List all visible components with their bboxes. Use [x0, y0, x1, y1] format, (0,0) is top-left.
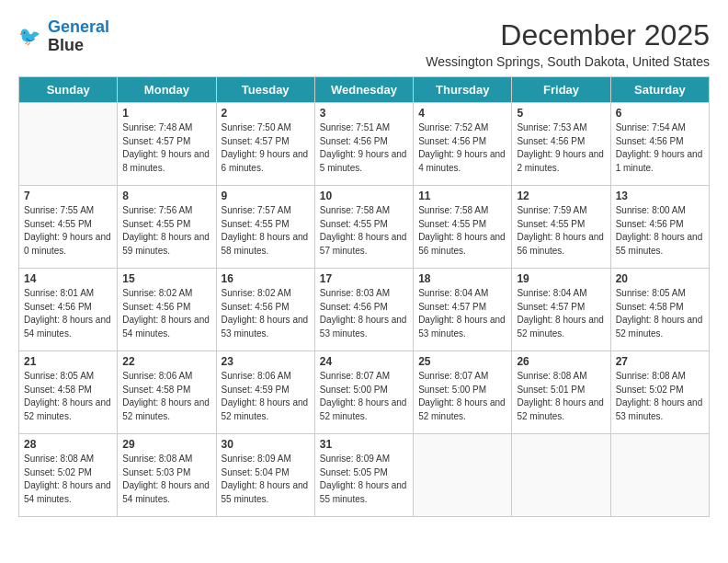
calendar-cell: [512, 434, 610, 517]
day-number: 17: [320, 272, 408, 285]
calendar-cell: 21 Sunrise: 8:05 AMSunset: 4:58 PMDaylig…: [19, 351, 118, 434]
col-header-wednesday: Wednesday: [314, 77, 413, 103]
title-area: December 2025 Wessington Springs, South …: [426, 18, 710, 69]
day-detail: Sunrise: 7:53 AMSunset: 4:56 PMDaylight:…: [517, 121, 605, 175]
day-number: 8: [122, 190, 210, 202]
calendar-cell: 26 Sunrise: 8:08 AMSunset: 5:01 PMDaylig…: [512, 351, 610, 434]
day-detail: Sunrise: 7:56 AMSunset: 4:55 PMDaylight:…: [122, 204, 210, 258]
calendar-cell: 20 Sunrise: 8:05 AMSunset: 4:58 PMDaylig…: [610, 269, 709, 351]
calendar-cell: 7 Sunrise: 7:55 AMSunset: 4:55 PMDayligh…: [19, 186, 118, 269]
day-number: 12: [517, 190, 605, 202]
calendar-cell: 1 Sunrise: 7:48 AMSunset: 4:57 PMDayligh…: [118, 103, 216, 186]
day-detail: Sunrise: 7:57 AMSunset: 4:55 PMDaylight:…: [222, 204, 310, 258]
calendar-cell: 29 Sunrise: 8:08 AMSunset: 5:03 PMDaylig…: [118, 434, 216, 517]
day-detail: Sunrise: 8:02 AMSunset: 4:56 PMDaylight:…: [222, 287, 310, 340]
day-detail: Sunrise: 8:04 AMSunset: 4:57 PMDaylight:…: [418, 287, 506, 340]
calendar-cell: 28 Sunrise: 8:08 AMSunset: 5:02 PMDaylig…: [19, 434, 118, 517]
day-detail: Sunrise: 8:05 AMSunset: 4:58 PMDaylight:…: [24, 370, 112, 423]
day-number: 29: [122, 438, 210, 451]
day-number: 27: [616, 355, 704, 368]
day-number: 30: [222, 438, 310, 451]
day-detail: Sunrise: 8:04 AMSunset: 4:57 PMDaylight:…: [517, 287, 605, 340]
day-number: 13: [616, 190, 704, 202]
day-number: 1: [122, 107, 210, 120]
day-number: 25: [418, 355, 506, 368]
day-detail: Sunrise: 8:01 AMSunset: 4:56 PMDaylight:…: [24, 287, 112, 340]
calendar-cell: [19, 103, 118, 186]
calendar-cell: 17 Sunrise: 8:03 AMSunset: 4:56 PMDaylig…: [314, 269, 413, 351]
day-detail: Sunrise: 7:54 AMSunset: 4:56 PMDaylight:…: [616, 121, 704, 175]
calendar-cell: 18 Sunrise: 8:04 AMSunset: 4:57 PMDaylig…: [414, 269, 512, 351]
calendar: SundayMondayTuesdayWednesdayThursdayFrid…: [18, 76, 710, 517]
calendar-cell: 31 Sunrise: 8:09 AMSunset: 5:05 PMDaylig…: [314, 434, 413, 517]
calendar-cell: 9 Sunrise: 7:57 AMSunset: 4:55 PMDayligh…: [216, 186, 314, 269]
calendar-cell: [610, 434, 709, 517]
calendar-cell: 2 Sunrise: 7:50 AMSunset: 4:57 PMDayligh…: [216, 103, 314, 186]
day-detail: Sunrise: 8:06 AMSunset: 4:59 PMDaylight:…: [222, 370, 310, 423]
calendar-cell: 10 Sunrise: 7:58 AMSunset: 4:55 PMDaylig…: [314, 186, 413, 269]
day-detail: Sunrise: 7:58 AMSunset: 4:55 PMDaylight:…: [320, 204, 408, 258]
day-number: 14: [24, 272, 112, 285]
day-number: 24: [320, 355, 408, 368]
day-detail: Sunrise: 8:08 AMSunset: 5:03 PMDaylight:…: [122, 453, 210, 506]
calendar-cell: 25 Sunrise: 8:07 AMSunset: 5:00 PMDaylig…: [414, 351, 512, 434]
col-header-monday: Monday: [118, 77, 216, 103]
day-detail: Sunrise: 8:08 AMSunset: 5:02 PMDaylight:…: [24, 453, 112, 506]
location-title: Wessington Springs, South Dakota, United…: [426, 54, 710, 69]
day-detail: Sunrise: 8:07 AMSunset: 5:00 PMDaylight:…: [418, 370, 506, 423]
day-number: 19: [517, 272, 605, 285]
month-title: December 2025: [426, 18, 710, 52]
calendar-week-row: 7 Sunrise: 7:55 AMSunset: 4:55 PMDayligh…: [19, 186, 710, 269]
calendar-cell: 27 Sunrise: 8:08 AMSunset: 5:02 PMDaylig…: [610, 351, 709, 434]
calendar-cell: 22 Sunrise: 8:06 AMSunset: 4:58 PMDaylig…: [118, 351, 216, 434]
calendar-week-row: 28 Sunrise: 8:08 AMSunset: 5:02 PMDaylig…: [19, 434, 710, 517]
day-number: 6: [616, 107, 704, 120]
calendar-cell: 6 Sunrise: 7:54 AMSunset: 4:56 PMDayligh…: [610, 103, 709, 186]
day-number: 20: [616, 272, 704, 285]
day-number: 23: [222, 355, 310, 368]
day-detail: Sunrise: 8:09 AMSunset: 5:05 PMDaylight:…: [320, 453, 408, 506]
day-detail: Sunrise: 8:08 AMSunset: 5:01 PMDaylight:…: [517, 370, 605, 423]
day-number: 2: [222, 107, 310, 120]
calendar-week-row: 14 Sunrise: 8:01 AMSunset: 4:56 PMDaylig…: [19, 269, 710, 351]
calendar-cell: 30 Sunrise: 8:09 AMSunset: 5:04 PMDaylig…: [216, 434, 314, 517]
logo-icon: 🐦: [18, 24, 44, 50]
calendar-week-row: 1 Sunrise: 7:48 AMSunset: 4:57 PMDayligh…: [19, 103, 710, 186]
col-header-sunday: Sunday: [19, 77, 118, 103]
day-number: 10: [320, 190, 408, 202]
calendar-cell: 16 Sunrise: 8:02 AMSunset: 4:56 PMDaylig…: [216, 269, 314, 351]
calendar-cell: 13 Sunrise: 8:00 AMSunset: 4:56 PMDaylig…: [610, 186, 709, 269]
day-number: 15: [122, 272, 210, 285]
day-detail: Sunrise: 7:55 AMSunset: 4:55 PMDaylight:…: [24, 204, 112, 258]
day-detail: Sunrise: 8:02 AMSunset: 4:56 PMDaylight:…: [122, 287, 210, 340]
svg-text:🐦: 🐦: [18, 24, 41, 46]
day-number: 7: [24, 190, 112, 202]
day-number: 4: [418, 107, 506, 120]
calendar-cell: 3 Sunrise: 7:51 AMSunset: 4:56 PMDayligh…: [314, 103, 413, 186]
calendar-week-row: 21 Sunrise: 8:05 AMSunset: 4:58 PMDaylig…: [19, 351, 710, 434]
calendar-header-row: SundayMondayTuesdayWednesdayThursdayFrid…: [19, 77, 710, 103]
day-number: 18: [418, 272, 506, 285]
day-detail: Sunrise: 7:50 AMSunset: 4:57 PMDaylight:…: [222, 121, 310, 175]
day-detail: Sunrise: 8:06 AMSunset: 4:58 PMDaylight:…: [122, 370, 210, 423]
calendar-cell: 14 Sunrise: 8:01 AMSunset: 4:56 PMDaylig…: [19, 269, 118, 351]
day-detail: Sunrise: 8:05 AMSunset: 4:58 PMDaylight:…: [616, 287, 704, 340]
calendar-cell: 19 Sunrise: 8:04 AMSunset: 4:57 PMDaylig…: [512, 269, 610, 351]
day-number: 26: [517, 355, 605, 368]
day-detail: Sunrise: 8:00 AMSunset: 4:56 PMDaylight:…: [616, 204, 704, 258]
col-header-saturday: Saturday: [610, 77, 709, 103]
day-number: 9: [222, 190, 310, 202]
calendar-cell: 8 Sunrise: 7:56 AMSunset: 4:55 PMDayligh…: [118, 186, 216, 269]
day-number: 16: [222, 272, 310, 285]
day-number: 11: [418, 190, 506, 202]
calendar-cell: 4 Sunrise: 7:52 AMSunset: 4:56 PMDayligh…: [414, 103, 512, 186]
col-header-friday: Friday: [512, 77, 610, 103]
day-detail: Sunrise: 7:51 AMSunset: 4:56 PMDaylight:…: [320, 121, 408, 175]
header: 🐦 GeneralBlue December 2025 Wessington S…: [18, 18, 710, 69]
day-detail: Sunrise: 8:03 AMSunset: 4:56 PMDaylight:…: [320, 287, 408, 340]
day-detail: Sunrise: 8:07 AMSunset: 5:00 PMDaylight:…: [320, 370, 408, 423]
day-detail: Sunrise: 8:08 AMSunset: 5:02 PMDaylight:…: [616, 370, 704, 423]
calendar-cell: 12 Sunrise: 7:59 AMSunset: 4:55 PMDaylig…: [512, 186, 610, 269]
day-number: 5: [517, 107, 605, 120]
day-number: 22: [122, 355, 210, 368]
